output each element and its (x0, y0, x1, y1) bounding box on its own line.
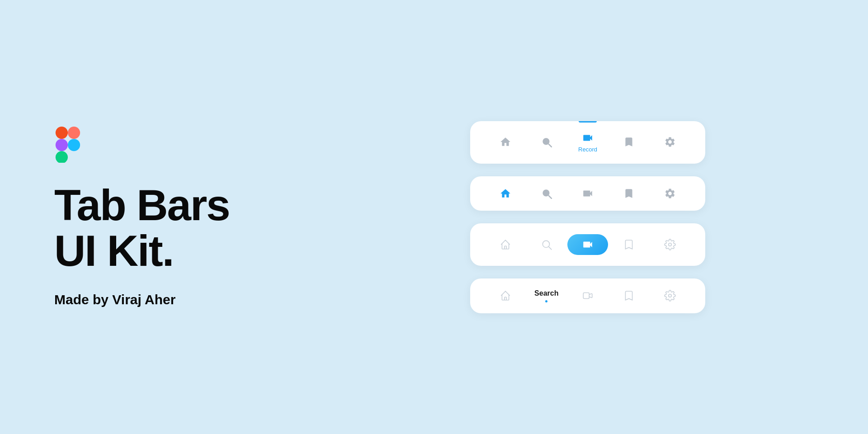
svg-point-4 (68, 139, 80, 151)
tab-item-search-3[interactable] (526, 236, 567, 253)
svg-point-11 (669, 243, 672, 246)
tab-item-home-4[interactable] (485, 288, 526, 304)
tab-item-home-1[interactable] (485, 134, 526, 150)
svg-line-10 (549, 246, 552, 249)
search-icon-3 (540, 238, 553, 251)
svg-point-12 (669, 294, 672, 297)
tab-item-search-4[interactable]: Search (526, 288, 567, 304)
tab-item-home-2[interactable] (485, 185, 526, 202)
tab-item-bookmark-4[interactable] (609, 288, 650, 304)
tab-item-record-1[interactable]: Record (567, 130, 608, 155)
svg-rect-3 (56, 151, 68, 163)
tab-item-settings-4[interactable] (650, 288, 691, 304)
right-panel: Record (326, 121, 814, 313)
home-icon-3 (499, 238, 512, 251)
tab-bar-items-4: Search (485, 288, 691, 304)
tab-bar-items-2 (485, 185, 691, 202)
tab-item-bookmark-2[interactable] (609, 185, 650, 202)
tab-item-settings-1[interactable] (650, 134, 691, 150)
home-icon-2 (499, 187, 512, 200)
gear-icon-1 (664, 136, 676, 148)
figma-logo (54, 127, 326, 165)
main-title: Tab Bars UI Kit. (54, 183, 326, 274)
svg-line-6 (549, 144, 552, 147)
left-panel: Tab Bars UI Kit. Made by Viraj Aher (54, 127, 326, 307)
tab-bar-items-3 (485, 232, 691, 257)
home-icon-4 (499, 289, 512, 302)
subtitle: Made by Viraj Aher (54, 292, 326, 307)
tab-bar-items-1: Record (485, 130, 691, 155)
svg-point-9 (542, 241, 549, 247)
search-icon-1 (540, 136, 553, 148)
tab-item-search-2[interactable] (526, 185, 567, 202)
tab-bar-style-3 (470, 223, 705, 266)
search-text-label-4: Search (534, 289, 558, 297)
search-dot-indicator (545, 300, 547, 302)
tab-item-search-1[interactable] (526, 134, 567, 150)
tab-bar-style-2 (470, 176, 705, 211)
tab-item-home-3[interactable] (485, 236, 526, 253)
record-label-1: Record (578, 146, 597, 153)
bookmark-icon-4 (623, 289, 635, 302)
video-icon-2 (581, 187, 594, 200)
tab-item-settings-3[interactable] (650, 236, 691, 253)
tab-bar-style-4: Search (470, 278, 705, 313)
gear-icon-2 (664, 187, 676, 200)
active-top-indicator (579, 121, 597, 123)
search-icon-2 (540, 187, 553, 200)
svg-rect-1 (68, 127, 80, 139)
bookmark-icon-1 (623, 136, 635, 148)
title-block: Tab Bars UI Kit. Made by Viraj Aher (54, 183, 326, 307)
tab-item-record-2[interactable] (567, 185, 608, 202)
tab-bar-style-1: Record (470, 121, 705, 164)
bookmark-icon-2 (623, 187, 635, 200)
tab-item-record-3[interactable] (567, 232, 608, 257)
bookmark-icon-3 (623, 238, 635, 251)
svg-line-8 (549, 195, 552, 198)
video-icon-4 (581, 289, 594, 302)
svg-rect-2 (56, 139, 68, 151)
video-icon-1 (581, 132, 594, 144)
gear-icon-4 (664, 289, 676, 302)
svg-rect-0 (56, 127, 68, 139)
gear-icon-3 (664, 238, 676, 251)
home-icon-1 (499, 136, 512, 148)
tab-item-settings-2[interactable] (650, 185, 691, 202)
tab-item-bookmark-3[interactable] (609, 236, 650, 253)
tab-item-bookmark-1[interactable] (609, 134, 650, 150)
record-pill-btn[interactable] (567, 234, 608, 255)
tab-item-record-4[interactable] (567, 288, 608, 304)
